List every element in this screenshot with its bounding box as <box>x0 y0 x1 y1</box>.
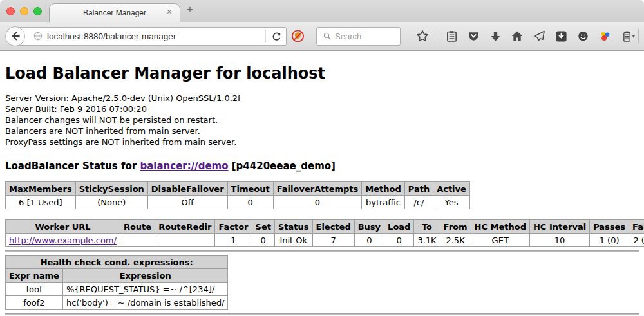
send-tab-icon[interactable] <box>533 30 546 43</box>
column-header: MaxMembers <box>6 182 76 196</box>
balancer-status-heading: LoadBalancer Status for balancer://demo … <box>5 160 639 172</box>
balancer-settings-table: MaxMembers StickySession DisableFailover… <box>5 181 470 209</box>
url-bar[interactable]: localhost:8880/balancer-manager <box>16 27 287 46</box>
active-cell: Yes <box>433 196 470 209</box>
browser-window: Balancer Manager × + localhost:8880/bala… <box>0 0 644 316</box>
stickysession-cell: (None) <box>75 196 147 209</box>
health-table-caption: Health check cond. expressions: <box>6 256 228 269</box>
zoom-window-button[interactable] <box>33 7 42 15</box>
tab-balancer-manager[interactable]: Balancer Manager × <box>49 3 180 22</box>
column-header: DisableFailover <box>147 182 227 196</box>
column-header: StickySession <box>75 182 147 196</box>
load-cell: 0 <box>384 234 414 247</box>
addon-container-icon[interactable] <box>620 30 634 43</box>
proxypass-inherit-line: ProxyPass settings are NOT inherited fro… <box>5 136 639 147</box>
failoverattempts-cell: 0 <box>273 196 362 209</box>
column-header: Active <box>433 182 470 196</box>
bookmark-star-icon[interactable] <box>416 30 430 43</box>
column-header: Worker URL <box>6 220 120 234</box>
window-controls <box>6 7 42 15</box>
toolbar-icons: ▾ <box>412 29 644 43</box>
server-built-line: Server Built: Feb 9 2016 07:00:20 <box>5 104 639 115</box>
table-header-row: Expr name Expression <box>6 269 228 283</box>
column-header: From <box>440 220 471 234</box>
section-divider <box>5 313 639 315</box>
tab-close-icon[interactable]: × <box>167 6 172 17</box>
content-blocked-icon[interactable] <box>291 30 305 43</box>
pocket-icon[interactable] <box>467 30 480 43</box>
url-separator <box>265 30 266 42</box>
home-icon[interactable] <box>511 30 524 43</box>
column-header: Load <box>384 220 414 234</box>
column-header: To <box>414 220 440 234</box>
column-header: Expression <box>62 269 228 283</box>
timeout-cell: 0 <box>227 196 273 209</box>
search-input[interactable] <box>335 32 396 41</box>
back-button[interactable] <box>5 26 25 46</box>
passes-cell: 1 (0) <box>590 234 629 247</box>
reload-icon[interactable] <box>270 30 283 43</box>
table-header-row: Worker URL Route RouteRedir Factor Set S… <box>6 220 644 234</box>
reading-list-icon[interactable] <box>445 30 459 43</box>
status-cell: Init Ok <box>274 234 312 247</box>
column-header: Path <box>404 182 433 196</box>
addon-emoji-icon[interactable] <box>576 30 590 43</box>
search-bar[interactable] <box>316 27 401 46</box>
worker-status-table: Worker URL Route RouteRedir Factor Set S… <box>5 219 644 247</box>
addon-colors-icon[interactable] <box>598 30 612 43</box>
section-divider <box>5 250 639 252</box>
column-header: RouteRedir <box>155 220 215 234</box>
tab-bar: Balancer Manager × + <box>0 0 644 22</box>
new-tab-button[interactable]: + <box>187 3 193 16</box>
chevron-down-icon[interactable]: ▾ <box>632 33 636 39</box>
column-header: HC Interval <box>529 220 589 234</box>
addon-download-icon[interactable] <box>554 30 568 43</box>
toolbar-separator <box>437 29 437 43</box>
downloads-icon[interactable] <box>489 30 502 43</box>
disablefailover-cell: Off <box>147 196 227 209</box>
worker-url-link[interactable]: http://www.example.com/ <box>9 236 117 245</box>
close-window-button[interactable] <box>6 7 15 15</box>
elected-cell: 7 <box>312 234 354 247</box>
column-header: Busy <box>354 220 384 234</box>
maxmembers-cell: 6 [1 Used] <box>6 196 76 209</box>
expression-cell: hc('body') =~ /domain is established/ <box>62 296 228 310</box>
routeredir-cell <box>155 234 215 247</box>
expression-cell: %{REQUEST_STATUS} =~ /^[234]/ <box>62 283 228 296</box>
search-icon <box>321 30 334 43</box>
expr-name-cell: foof2 <box>6 296 63 310</box>
tab-title: Balancer Manager <box>83 8 146 17</box>
route-cell <box>120 234 155 247</box>
fails-cell: 2 (0) <box>629 234 644 247</box>
table-row: http://www.example.com/ 1 0 Init Ok 7 0 … <box>6 234 644 247</box>
column-header: Status <box>274 220 312 234</box>
column-header: Route <box>120 220 155 234</box>
table-header-row: MaxMembers StickySession DisableFailover… <box>6 182 470 196</box>
hc-interval-cell: 10 <box>529 234 589 247</box>
table-caption-row: Health check cond. expressions: <box>6 256 228 269</box>
column-header: Timeout <box>227 182 273 196</box>
toolbar-separator <box>638 29 639 43</box>
balancers-inherit-line: Balancers are NOT inherited from main se… <box>5 125 639 136</box>
column-header: Method <box>362 182 404 196</box>
persist-warning-line: Balancer changes will NOT be persisted o… <box>5 115 639 125</box>
to-cell: 3.1K <box>414 234 440 247</box>
table-row: foof2 hc('body') =~ /domain is establish… <box>6 296 228 310</box>
from-cell: 2.5K <box>440 234 471 247</box>
column-header: Factor <box>215 220 252 234</box>
url-text[interactable]: localhost:8880/balancer-manager <box>47 32 261 41</box>
back-arrow-icon <box>10 30 21 42</box>
balancer-demo-link[interactable]: balancer://demo <box>140 160 228 172</box>
column-header: Expr name <box>6 269 63 283</box>
expr-name-cell: foof <box>6 283 63 296</box>
column-header: FailoverAttempts <box>273 182 362 196</box>
globe-icon <box>31 30 44 43</box>
column-header: Set <box>252 220 274 234</box>
minimize-window-button[interactable] <box>20 7 28 15</box>
server-info: Server Version: Apache/2.5.0-dev (Unix) … <box>5 93 639 147</box>
status-heading-suffix: [p4420eeae_demo] <box>229 160 336 172</box>
busy-cell: 0 <box>354 234 384 247</box>
page-title: Load Balancer Manager for localhost <box>5 51 639 83</box>
health-check-expressions-table: Health check cond. expressions: Expr nam… <box>5 255 228 310</box>
set-cell: 0 <box>252 234 274 247</box>
